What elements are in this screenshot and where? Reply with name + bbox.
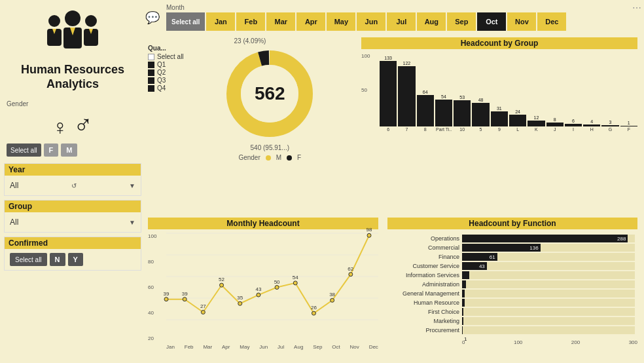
bar-x-label: 8 xyxy=(424,127,427,132)
month-may-button[interactable]: May xyxy=(327,12,355,31)
gender-select-all-button[interactable]: Select all xyxy=(7,143,41,157)
q3-color xyxy=(148,77,154,84)
function-bar-value: 43 xyxy=(479,263,485,269)
month-apr-button[interactable]: Apr xyxy=(296,12,325,31)
month-sep-button[interactable]: Sep xyxy=(447,12,476,31)
month-jul-button[interactable]: Jul xyxy=(387,12,416,31)
confirmed-buttons: Select all N Y xyxy=(10,253,135,266)
content-area: 💬 Month Select all Jan Feb Mar Apr May J… xyxy=(145,4,640,359)
function-bar-fill: 61 xyxy=(462,253,497,261)
confirmed-select-all-button[interactable]: Select all xyxy=(10,253,47,266)
month-aug-button[interactable]: Aug xyxy=(417,12,446,31)
group-bar-item: 1336 xyxy=(380,53,397,132)
bar-x-label: G xyxy=(609,127,612,132)
svg-text:50: 50 xyxy=(274,279,280,285)
headcount-group-section: Headcount by Group 100 50 1336122764854P… xyxy=(359,35,640,211)
bar-x-label: 5 xyxy=(480,127,482,132)
group-bar-item: 54Part Ti... xyxy=(435,53,452,132)
confirmed-filter-label: Confirmed xyxy=(5,237,141,249)
function-bar-label: Customer Service xyxy=(390,263,462,269)
group-bar-item: 8J xyxy=(546,53,564,132)
function-bar-row: Customer Service43 xyxy=(390,262,635,270)
bar-fill xyxy=(435,100,452,126)
year-chevron-icon[interactable]: ▼ xyxy=(129,182,135,189)
options-icon[interactable]: ⋯ xyxy=(632,3,641,13)
confirmed-n-button[interactable]: N xyxy=(50,253,65,266)
monthly-headcount-section: Monthly Headcount 100 80 60 40 20 xyxy=(145,215,381,359)
group-filter-value-row[interactable]: All ▼ xyxy=(10,216,135,228)
bar-fill xyxy=(380,61,397,126)
headcount-group-title: Headcount by Group xyxy=(361,37,637,49)
function-bar-row: Marketing2 xyxy=(390,317,635,325)
bar-x-label: F xyxy=(628,127,630,132)
month-select-all-button[interactable]: Select all xyxy=(166,12,205,31)
svg-point-4 xyxy=(85,15,97,27)
q2-label: Q2 xyxy=(157,69,166,76)
svg-text:39: 39 xyxy=(164,291,170,297)
function-bar-track: 61 xyxy=(462,253,635,261)
confirmed-y-button[interactable]: Y xyxy=(68,253,83,266)
bar-fill xyxy=(620,126,637,126)
year-filter-value-row[interactable]: All ↺ ▼ xyxy=(10,180,135,191)
function-bar-track: 7 xyxy=(462,280,635,288)
function-bar-fill xyxy=(462,290,465,297)
group-bar-item: 6I xyxy=(565,53,582,132)
function-bar-row: Finance61 xyxy=(390,253,635,261)
svg-point-21 xyxy=(201,310,205,314)
brand-section: Human Resources Analytics xyxy=(4,4,141,94)
headcount-function-section: Headcount by Function Operations288Comme… xyxy=(385,215,640,359)
function-bar-track: 288 xyxy=(462,235,635,242)
quarter-select-all-checkbox[interactable] xyxy=(148,54,154,60)
bar-value-label: 3 xyxy=(609,120,612,124)
month-nov-button[interactable]: Nov xyxy=(507,12,536,31)
function-bar-row: First Choice2 xyxy=(390,308,635,316)
month-feb-button[interactable]: Feb xyxy=(236,12,265,31)
gender-f-legend-label: F xyxy=(297,154,301,161)
bar-value-label: 64 xyxy=(423,90,428,94)
bar-fill xyxy=(472,103,489,126)
function-bar-label: General Management xyxy=(390,290,462,297)
function-bar-track: 1 xyxy=(462,326,635,334)
bar-x-label: 10 xyxy=(459,127,465,132)
gender-f-button[interactable]: F xyxy=(44,143,59,157)
gender-icons: ♀ ♂ xyxy=(7,110,139,140)
function-bar-label: Procurement xyxy=(390,327,462,334)
group-chevron-icon[interactable]: ▼ xyxy=(129,219,135,226)
svg-point-39 xyxy=(367,233,371,237)
function-bar-row: Human Resource5 xyxy=(390,299,635,307)
svg-text:26: 26 xyxy=(311,305,317,311)
function-bar-label: Information Services xyxy=(390,272,462,278)
gender-label: Gender xyxy=(7,100,139,107)
month-jan-button[interactable]: Jan xyxy=(206,12,235,31)
month-dec-button[interactable]: Dec xyxy=(537,12,566,31)
function-bar-fill xyxy=(462,280,466,288)
bar-x-label: 6 xyxy=(387,127,389,132)
bar-fill xyxy=(565,124,582,127)
chat-icon: 💬 xyxy=(145,10,160,25)
function-bar-value: 136 xyxy=(529,245,538,251)
svg-point-19 xyxy=(183,297,187,301)
svg-point-0 xyxy=(65,10,80,26)
bar-x-label: J xyxy=(554,127,556,132)
month-oct-button[interactable]: Oct xyxy=(477,12,506,31)
bar-value-label: 12 xyxy=(533,115,539,120)
month-label: Month xyxy=(166,4,637,11)
svg-text:62: 62 xyxy=(348,266,353,272)
svg-text:54: 54 xyxy=(293,275,298,280)
quarter-legend: Qua... Select all Q1 Q2 xyxy=(148,45,184,92)
year-clear-icon[interactable]: ↺ xyxy=(71,182,77,189)
svg-text:43: 43 xyxy=(255,286,261,292)
function-bar-label: Administration xyxy=(390,281,462,288)
group-bars: 1336122764854Part Ti...531048531924L12K8… xyxy=(380,53,637,132)
gender-m-button[interactable]: M xyxy=(61,143,77,157)
function-bar-fill: 288 xyxy=(462,235,628,242)
month-buttons: Select all Jan Feb Mar Apr May Jun Jul A… xyxy=(166,12,640,31)
month-jun-button[interactable]: Jun xyxy=(357,12,385,31)
function-bar-track: 43 xyxy=(462,262,635,270)
bar-value-label: 24 xyxy=(515,109,520,114)
function-bar-track: 13 xyxy=(462,271,635,279)
function-bar-row: Operations288 xyxy=(390,235,635,242)
month-mar-button[interactable]: Mar xyxy=(266,12,295,31)
monthly-x-labels: JanFebMarAprMayJunJulAugSepOctNovDec xyxy=(166,344,378,350)
year-filter-label: Year xyxy=(5,164,141,176)
